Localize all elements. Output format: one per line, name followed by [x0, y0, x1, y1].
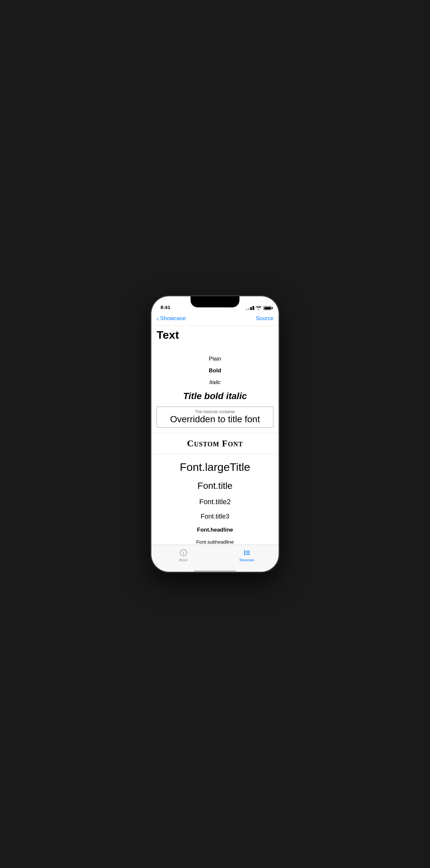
plain-text: Plain [209, 356, 221, 362]
notch [190, 296, 240, 307]
custom-font-text: Custom Font [187, 438, 243, 448]
custom-font-item: Custom Font [151, 436, 279, 451]
bold-text: Bold [209, 367, 221, 374]
page-title-area: Text [151, 326, 279, 346]
font-title3-item: Font.title3 [151, 509, 279, 523]
font-title2-item: Font.title2 [151, 494, 279, 509]
font-headline-text: Font.headline [197, 527, 233, 533]
font-title2-text: Font.title2 [199, 498, 231, 506]
svg-text:i: i [183, 551, 184, 555]
plain-text-item: Plain [151, 353, 279, 365]
page-title: Text [157, 329, 273, 341]
font-title-item: Font.title [151, 477, 279, 494]
font-title-text: Font.title [197, 480, 232, 491]
title-bold-italic-item: Title bold italic [151, 388, 279, 404]
back-button[interactable]: ‹ Showcase [157, 315, 186, 322]
svg-rect-3 [246, 551, 250, 552]
tab-about[interactable]: i About [151, 545, 215, 563]
divider-1 [151, 433, 279, 433]
back-label: Showcase [160, 315, 186, 322]
font-subheadline-text: Font.subheadline [196, 539, 234, 545]
overridden-font-text: Overridden to title font [170, 414, 260, 424]
title-bold-italic-text: Title bold italic [183, 391, 247, 401]
font-headline-item: Font.headline [151, 523, 279, 536]
font-title3-text: Font.title3 [201, 513, 229, 520]
svg-rect-7 [246, 554, 250, 555]
home-bar [194, 570, 236, 572]
font-subheadline-item: Font.subheadline [151, 536, 279, 545]
thin-footnote-label: Thin footnote container [161, 409, 269, 414]
content-inner: Plain Bold Italic Title bold italic Thin… [151, 346, 279, 545]
home-indicator [151, 570, 279, 572]
bold-text-item: Bold [151, 365, 279, 377]
list-icon [242, 548, 251, 557]
font-large-title-text: Font.largeTitle [180, 461, 250, 473]
nav-bar: ‹ Showcase Source [151, 313, 279, 326]
signal-icon [246, 306, 254, 310]
italic-text-item: Italic [151, 377, 279, 388]
info-icon: i [179, 548, 188, 557]
scroll-content[interactable]: Plain Bold Italic Title bold italic Thin… [151, 346, 279, 545]
tab-showcase[interactable]: Showcase [215, 545, 279, 563]
tab-showcase-label: Showcase [239, 558, 254, 562]
status-icons [246, 306, 271, 310]
battery-icon [263, 306, 271, 310]
tab-about-label: About [179, 558, 187, 562]
divider-2 [151, 454, 279, 454]
battery-fill [264, 307, 271, 309]
svg-rect-5 [246, 553, 250, 553]
font-large-title-item: Font.largeTitle [151, 457, 279, 477]
svg-point-2 [244, 551, 245, 552]
phone-frame: 8:41 ‹ Showcase [151, 296, 279, 572]
italic-text: Italic [210, 379, 221, 385]
tab-bar: i About Showcase [151, 545, 279, 570]
svg-point-4 [244, 552, 245, 553]
wifi-icon [256, 306, 261, 310]
chevron-left-icon: ‹ [157, 315, 159, 322]
source-button[interactable]: Source [256, 315, 273, 322]
thin-footnote-container: Thin footnote container Overridden to ti… [157, 407, 273, 428]
phone-screen: 8:41 ‹ Showcase [151, 296, 279, 572]
svg-point-6 [244, 554, 245, 555]
